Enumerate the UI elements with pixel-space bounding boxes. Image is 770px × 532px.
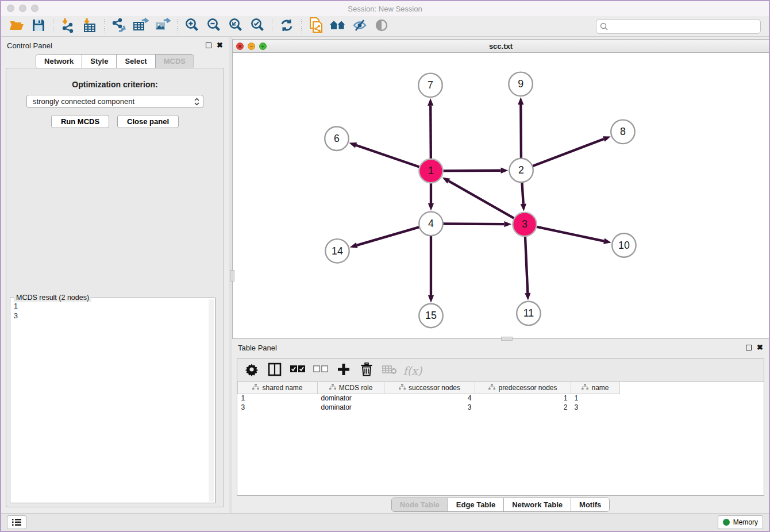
export-table-button[interactable]	[130, 18, 152, 35]
show-details-button[interactable]	[371, 18, 392, 35]
tab-motifs[interactable]: Motifs	[571, 498, 609, 511]
zoom-out-button[interactable]	[203, 18, 225, 35]
optimization-criterion-select[interactable]: strongly connected component	[26, 95, 203, 108]
close-panel-icon[interactable]: ✖	[217, 43, 223, 48]
table-row[interactable]: 1dominator411	[238, 394, 620, 403]
edge-1-7[interactable]	[430, 106, 431, 159]
table-cell[interactable]: 3	[238, 403, 318, 412]
network-close-button[interactable]: ✕	[236, 43, 244, 50]
table-cell[interactable]: dominator	[318, 394, 384, 403]
edge-4-14[interactable]	[357, 227, 419, 245]
split-panel-button[interactable]	[266, 362, 283, 379]
horizontal-splitter-handle[interactable]	[501, 337, 513, 341]
close-table-panel-icon[interactable]: ✖	[757, 345, 763, 350]
edge-3-10[interactable]	[536, 227, 604, 241]
refresh-button[interactable]	[276, 18, 298, 35]
graph-node-4[interactable]: 4	[419, 212, 442, 236]
toolbar-separator	[301, 19, 302, 34]
export-network-button[interactable]	[108, 18, 130, 35]
graph-node-9[interactable]: 9	[509, 72, 532, 96]
table-cell[interactable]: 3	[384, 403, 475, 412]
tab-select[interactable]: Select	[117, 55, 155, 68]
result-scrollbar[interactable]	[209, 299, 214, 502]
graph-node-10[interactable]: 10	[612, 233, 636, 257]
column-header-successor-nodes[interactable]: successor nodes	[384, 382, 475, 394]
float-panel-icon[interactable]	[206, 43, 211, 48]
minimize-window-button[interactable]	[19, 5, 26, 12]
edge-2-9[interactable]	[521, 105, 521, 159]
search-input[interactable]	[596, 19, 761, 34]
table-cell[interactable]: 4	[384, 394, 475, 403]
add-column-button[interactable]	[335, 362, 352, 379]
network-maximize-button[interactable]: +	[259, 43, 267, 50]
zoom-fit-button[interactable]	[225, 18, 247, 35]
graph-node-8[interactable]: 8	[611, 120, 634, 144]
network-document-button[interactable]	[305, 18, 327, 35]
tab-network[interactable]: Network	[36, 55, 82, 68]
table-cell[interactable]: 3	[571, 403, 620, 412]
delete-table-icon	[382, 364, 397, 377]
table-cell[interactable]: 1	[238, 394, 318, 403]
network-minimize-button[interactable]: −	[248, 43, 255, 50]
table-cell[interactable]: 2	[475, 403, 571, 412]
deselect-all-button[interactable]	[312, 362, 329, 379]
table-cell[interactable]: dominator	[318, 403, 384, 412]
hide-details-button[interactable]	[349, 18, 371, 35]
zoom-selected-button[interactable]	[247, 18, 268, 35]
mcds-result-text[interactable]: 1 3	[10, 298, 209, 503]
tab-node-table[interactable]: Node Table	[392, 498, 448, 511]
graph-node-6[interactable]: 6	[325, 126, 348, 150]
graph-node-11[interactable]: 11	[517, 302, 540, 325]
column-header-predecessor-nodes[interactable]: predecessor nodes	[475, 382, 571, 394]
window-controls[interactable]	[7, 5, 38, 12]
open-folder-icon	[9, 19, 24, 34]
control-panel: Control Panel ✖ NetworkStyleSelectMCDS O…	[1, 37, 232, 513]
node-table[interactable]: shared nameMCDS rolesuccessor nodesprede…	[237, 382, 764, 495]
hide-details-icon	[352, 18, 367, 34]
run-mcds-button[interactable]: Run MCDS	[51, 115, 109, 128]
network-canvas[interactable]: 7968124314101511	[233, 53, 769, 338]
edge-1-2[interactable]	[443, 171, 501, 171]
vertical-splitter-handle[interactable]	[230, 270, 234, 282]
edge-1-6[interactable]	[356, 145, 420, 167]
graph-node-14[interactable]: 14	[325, 239, 349, 263]
edge-2-8[interactable]	[532, 139, 603, 166]
table-cell[interactable]: 1	[475, 394, 571, 403]
edge-3-11[interactable]	[525, 236, 528, 293]
column-header-name[interactable]: name	[571, 382, 620, 394]
open-folder-button[interactable]	[6, 18, 28, 35]
memory-button[interactable]: Memory	[718, 515, 763, 529]
column-header-MCDS-role[interactable]: MCDS role	[318, 382, 384, 394]
gear-button[interactable]	[243, 362, 260, 379]
task-history-button[interactable]	[7, 515, 26, 529]
maximize-window-button[interactable]	[31, 5, 38, 12]
graph-node-2[interactable]: 2	[509, 159, 533, 182]
tab-mcds[interactable]: MCDS	[156, 55, 194, 68]
home-button[interactable]	[327, 18, 349, 35]
edge-2-3[interactable]	[522, 182, 523, 204]
float-table-panel-icon[interactable]	[746, 345, 752, 350]
select-all-button[interactable]	[289, 362, 306, 379]
network-graph[interactable]: 7968124314101511	[233, 53, 769, 338]
close-window-button[interactable]	[7, 5, 14, 12]
column-header-shared-name[interactable]: shared name	[238, 382, 318, 394]
edge-3-1[interactable]	[449, 181, 514, 218]
table-cell[interactable]: 1	[571, 394, 620, 403]
tab-style[interactable]: Style	[82, 55, 117, 68]
export-image-button[interactable]	[152, 18, 174, 35]
graph-node-15[interactable]: 15	[419, 304, 442, 327]
table-panel-title: Table Panel	[238, 344, 277, 352]
graph-node-1[interactable]: 1	[419, 159, 442, 183]
import-table-button[interactable]	[79, 18, 101, 35]
close-panel-button[interactable]: Close panel	[117, 115, 179, 128]
graph-node-3[interactable]: 3	[513, 213, 536, 236]
import-network-button[interactable]	[57, 18, 79, 35]
graph-node-7[interactable]: 7	[418, 74, 442, 97]
tab-network-table[interactable]: Network Table	[504, 498, 571, 511]
tab-edge-table[interactable]: Edge Table	[448, 498, 504, 511]
table-row[interactable]: 3dominator323	[238, 403, 620, 412]
save-button[interactable]	[28, 18, 49, 35]
zoom-in-button[interactable]	[181, 18, 203, 35]
edge-4-3[interactable]	[443, 224, 505, 225]
trash-button[interactable]	[358, 362, 375, 379]
